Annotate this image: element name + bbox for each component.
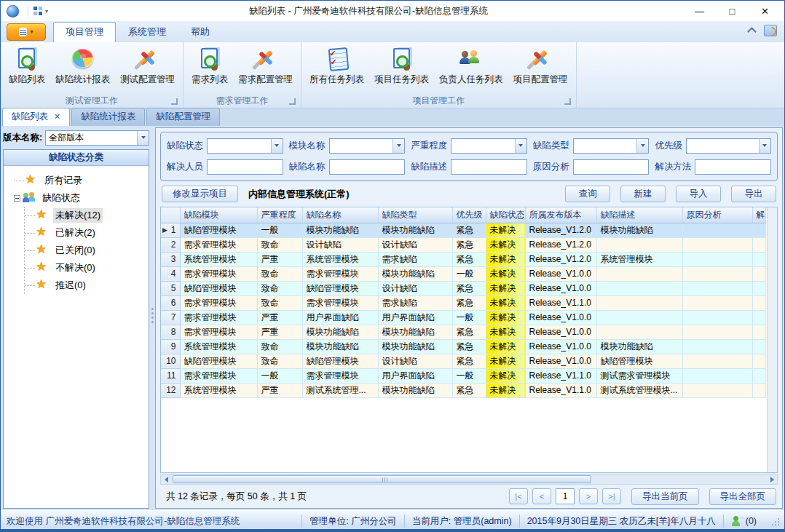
filter-text-input[interactable] <box>695 159 771 175</box>
document-tab[interactable]: 缺陷配置管理 <box>146 108 220 126</box>
column-header[interactable]: 缺陷模块 <box>180 207 257 223</box>
help-icon[interactable] <box>764 25 777 36</box>
online-users-icon[interactable] <box>731 515 743 527</box>
document-tab[interactable]: 缺陷列表 ✕ <box>2 108 70 126</box>
last-page-button[interactable]: >| <box>602 488 621 504</box>
action-button[interactable]: 新建 <box>620 186 666 202</box>
filter-combobox[interactable] <box>329 138 406 154</box>
table-row[interactable]: 10 缺陷管理模块 致命 缺陷管理模块 设计缺陷 紧急 未解决 Release_… <box>161 354 766 368</box>
column-header[interactable]: 缺陷状态 <box>486 207 525 223</box>
dialog-launcher-icon[interactable] <box>289 98 296 105</box>
table-row[interactable]: 8 需求管理模块 严重 模块功能缺陷 模块功能缺陷 紧急 未解决 Release… <box>161 325 766 339</box>
export-current-page-button[interactable]: 导出当前页 <box>631 488 699 505</box>
column-header[interactable]: 解决方法 <box>752 207 766 223</box>
collapse-node-icon[interactable] <box>14 195 20 202</box>
ribbon-button[interactable]: 需求配置管理 <box>233 44 298 94</box>
ribbon-button[interactable]: 缺陷列表 <box>4 44 50 94</box>
maximize-button[interactable]: □ <box>716 2 749 20</box>
ribbon-button[interactable]: 所有任务列表 <box>304 44 369 94</box>
next-page-button[interactable]: > <box>579 488 598 504</box>
table-row[interactable]: 4 需求管理模块 致命 需求管理模块 模块功能缺陷 一般 未解决 Release… <box>161 266 766 281</box>
table-row[interactable]: 6 需求管理模块 致命 需求管理模块 需求缺陷 紧急 未解决 Release_V… <box>161 295 766 310</box>
tree-item-status[interactable]: 已解决(2) <box>25 224 147 242</box>
tree-item-status[interactable]: 不解决(0) <box>25 259 147 277</box>
filter-text-input[interactable] <box>329 159 406 175</box>
ribbon-button[interactable]: 项目配置管理 <box>508 44 573 94</box>
ribbon-button[interactable]: 需求列表 <box>186 44 233 94</box>
page-number-input[interactable] <box>556 488 575 504</box>
scroll-left-icon[interactable] <box>161 475 171 484</box>
ribbon-button[interactable]: 负责人任务列表 <box>434 44 508 94</box>
prev-page-button[interactable]: < <box>532 488 551 504</box>
column-header[interactable]: 严重程度 <box>257 207 302 223</box>
table-row[interactable]: ▶1 缺陷管理模块 一般 模块功能缺陷 模块功能缺陷 紧急 未解决 Releas… <box>161 223 766 237</box>
ribbon-tab[interactable]: 帮助 <box>178 22 222 42</box>
minimize-button[interactable]: — <box>683 2 716 20</box>
combo-dropdown-button[interactable] <box>759 139 770 153</box>
column-header[interactable]: 缺陷名称 <box>302 207 378 223</box>
table-row[interactable]: 7 需求管理模块 严重 用户界面缺陷 用户界面缺陷 一般 未解决 Release… <box>161 310 766 325</box>
app-menu-button[interactable]: ▾ <box>7 23 46 41</box>
cell-name: 用户界面缺陷 <box>302 310 378 325</box>
column-header[interactable]: 缺陷类型 <box>378 207 452 223</box>
action-button[interactable]: 导出 <box>731 186 776 202</box>
ribbon-button-label: 需求配置管理 <box>238 74 293 86</box>
filter-combobox[interactable] <box>207 138 283 154</box>
ribbon-tab[interactable]: 项目管理 <box>53 22 116 42</box>
tree-item-all-records[interactable]: 所有记录 <box>14 172 147 189</box>
scroll-right-icon[interactable] <box>767 475 777 484</box>
export-all-pages-button[interactable]: 导出全部页 <box>709 488 777 505</box>
cell-type: 设计缺陷 <box>378 354 452 368</box>
column-header[interactable]: 原因分析 <box>682 207 752 223</box>
tree-item-defect-status[interactable]: 缺陷状态 <box>14 189 147 207</box>
table-row[interactable]: 2 需求管理模块 致命 设计缺陷 设计缺陷 紧急 未解决 Release_V1.… <box>161 237 766 252</box>
star-icon <box>36 261 50 274</box>
column-header[interactable]: 缺陷描述 <box>596 207 682 223</box>
quick-access-dropdown-icon[interactable]: ▾ <box>45 8 48 15</box>
star-icon <box>25 174 39 187</box>
combo-dropdown-button[interactable] <box>392 139 404 153</box>
tree-item-status[interactable]: 已关闭(0) <box>25 242 147 259</box>
dialog-launcher-icon[interactable] <box>564 98 571 105</box>
ribbon-tab[interactable]: 系统管理 <box>116 22 178 42</box>
close-button[interactable]: ✕ <box>749 2 781 20</box>
document-tab-label: 缺陷统计报表 <box>81 111 135 123</box>
column-header[interactable]: 所属发布版本 <box>525 207 596 223</box>
collapse-ribbon-icon[interactable] <box>747 27 757 36</box>
combo-dropdown-button[interactable] <box>271 139 283 153</box>
filter-combobox[interactable] <box>686 138 771 154</box>
filter-combobox[interactable] <box>573 138 650 154</box>
table-row[interactable]: 9 系统管理模块 致命 模块功能缺陷 模块功能缺陷 紧急 未解决 Release… <box>161 339 766 354</box>
table-row[interactable]: 3 系统管理模块 严重 系统管理模块 需求缺陷 紧急 未解决 Release_V… <box>161 252 766 266</box>
quick-access-toolbar-icon[interactable] <box>33 6 43 16</box>
combo-dropdown-button[interactable] <box>515 139 526 153</box>
table-row[interactable]: 12 系统管理模块 严重 测试系统管理... 模块功能缺陷 紧急 未解决 Rel… <box>161 383 766 397</box>
table-row[interactable]: 5 缺陷管理模块 致命 缺陷管理模块 设计缺陷 紧急 未解决 Release_V… <box>161 281 766 295</box>
resize-grip[interactable] <box>770 516 780 526</box>
version-combobox[interactable]: 全部版本 <box>45 130 149 146</box>
action-button[interactable]: 查询 <box>565 186 610 202</box>
filter-text-input[interactable] <box>207 159 283 175</box>
first-page-button[interactable]: |< <box>509 488 528 504</box>
dialog-launcher-icon[interactable] <box>171 98 178 105</box>
horizontal-scrollbar[interactable] <box>160 474 778 485</box>
ribbon-button[interactable]: 项目任务列表 <box>369 44 434 94</box>
combo-dropdown-button[interactable] <box>137 131 149 145</box>
modify-columns-button[interactable]: 修改显示项目 <box>162 186 238 202</box>
scrollbar-thumb[interactable] <box>173 475 591 483</box>
combo-dropdown-button[interactable] <box>636 139 648 153</box>
document-tab[interactable]: 缺陷统计报表 <box>71 108 145 126</box>
tree-item-status[interactable]: 未解决(12) <box>25 207 147 224</box>
column-header[interactable]: 优先级 <box>452 207 486 223</box>
filter-combobox[interactable] <box>451 138 527 154</box>
splitter-handle[interactable] <box>149 126 155 510</box>
ribbon-button[interactable]: 测试配置管理 <box>115 44 180 94</box>
vertical-scrollbar[interactable] <box>767 207 777 472</box>
action-button[interactable]: 导入 <box>676 186 721 202</box>
filter-text-input[interactable] <box>573 159 650 175</box>
filter-text-input[interactable] <box>451 159 527 175</box>
table-row[interactable]: 11 需求管理模块 一般 需求管理模块 用户界面缺陷 一般 未解决 Releas… <box>161 368 766 383</box>
ribbon-button[interactable]: 缺陷统计报表 <box>50 44 115 94</box>
tree-item-status[interactable]: 推迟(0) <box>25 277 147 294</box>
close-tab-icon[interactable]: ✕ <box>54 112 60 122</box>
